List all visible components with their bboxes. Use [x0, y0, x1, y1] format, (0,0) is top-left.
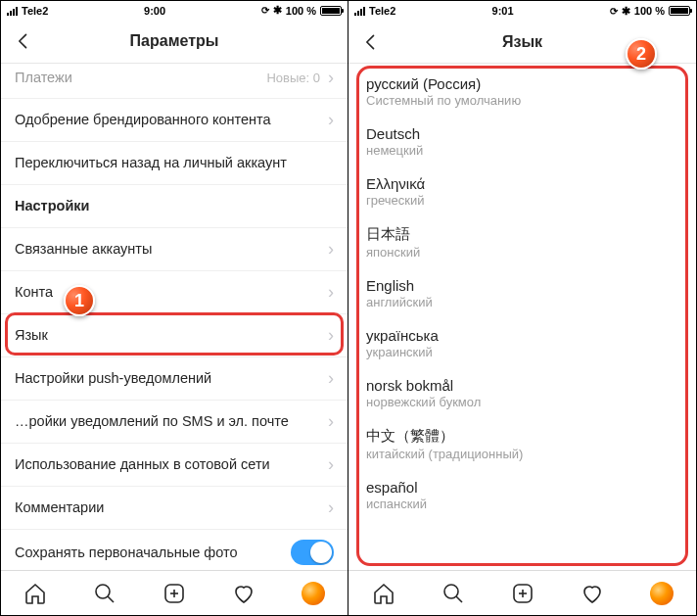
- svg-line-1: [108, 596, 114, 602]
- tab-home[interactable]: [23, 581, 48, 606]
- tab-bar: [348, 570, 696, 615]
- back-button[interactable]: [9, 21, 38, 63]
- row-label: Платежи: [15, 70, 260, 85]
- language-option[interactable]: Englishанглийский: [348, 269, 696, 319]
- chevron-left-icon: [14, 31, 33, 51]
- plus-square-icon: [511, 582, 534, 605]
- language-name: Deutsch: [366, 125, 678, 142]
- chevron-right-icon: ›: [328, 68, 334, 88]
- row-switch-personal[interactable]: Переключиться назад на личный аккаунт: [1, 142, 348, 185]
- language-name: español: [366, 479, 678, 496]
- language-option[interactable]: Deutschнемецкий: [348, 118, 696, 167]
- language-subtitle: греческий: [366, 193, 678, 208]
- row-save-original: Сохранять первоначальные фото: [1, 530, 348, 571]
- language-subtitle: испанский: [366, 497, 678, 511]
- row-label: Связанные аккаунты: [15, 241, 320, 257]
- battery-percent: 100 %: [286, 5, 316, 17]
- section-label: Настройки: [15, 198, 334, 213]
- row-comments[interactable]: Комментарии ›: [1, 487, 348, 530]
- svg-line-6: [456, 596, 462, 602]
- section-settings: Настройки: [1, 185, 348, 228]
- bluetooth-icon: ✱: [273, 4, 282, 17]
- row-linked-accounts[interactable]: Связанные аккаунты ›: [1, 228, 348, 271]
- bluetooth-icon: ✱: [622, 5, 630, 18]
- language-subtitle: немецкий: [366, 143, 678, 158]
- row-branded-content[interactable]: Одобрение брендированного контента ›: [1, 99, 348, 142]
- row-label: Использование данных в сотовой сети: [15, 456, 320, 472]
- language-name: English: [366, 277, 678, 294]
- language-option[interactable]: norsk bokmålнорвежский букмол: [348, 369, 696, 419]
- plus-square-icon: [163, 582, 186, 605]
- status-bar: Tele2 9:00 ⟳ ✱ 100 %: [1, 1, 348, 21]
- row-label: Язык: [15, 327, 320, 343]
- nav-bar: Параметры: [1, 21, 348, 64]
- tab-home[interactable]: [371, 581, 396, 606]
- language-name: Ελληνικά: [366, 175, 678, 192]
- language-subtitle: норвежский букмол: [366, 395, 678, 409]
- row-label: Переключиться назад на личный аккаунт: [15, 155, 334, 170]
- row-label: Одобрение брендированного контента: [15, 112, 320, 127]
- screen-settings: Tele2 9:00 ⟳ ✱ 100 % Параметры Платежи Н…: [1, 1, 348, 615]
- search-icon: [441, 582, 465, 605]
- tab-new-post[interactable]: [162, 581, 187, 606]
- heart-icon: [232, 582, 256, 605]
- home-icon: [372, 582, 395, 605]
- row-cellular-data[interactable]: Использование данных в сотовой сети ›: [1, 444, 348, 487]
- language-name: 中文（繁體）: [366, 427, 678, 446]
- language-subtitle: китайский (традиционный): [366, 447, 678, 461]
- row-label: Сохранять первоначальные фото: [15, 545, 291, 560]
- orientation-lock-icon: ⟳: [610, 6, 618, 17]
- heart-icon: [581, 582, 604, 605]
- row-sms-email-notifications[interactable]: …ройки уведомлений по SMS и эл. почте ›: [1, 401, 348, 444]
- nav-title: Параметры: [130, 32, 219, 50]
- row-contacts[interactable]: Конта ›: [1, 271, 348, 314]
- row-meta: Новые: 0: [266, 71, 320, 85]
- settings-list[interactable]: Платежи Новые: 0 › Одобрение брендирован…: [1, 64, 348, 571]
- language-option[interactable]: 中文（繁體）китайский (традиционный): [348, 419, 696, 471]
- carrier-label: Tele2: [369, 5, 395, 17]
- language-subtitle: Системный по умолчанию: [366, 93, 678, 108]
- language-option[interactable]: українськаукраинский: [348, 319, 696, 369]
- row-label: …ройки уведомлений по SMS и эл. почте: [15, 413, 320, 429]
- home-icon: [23, 582, 47, 605]
- language-name: українська: [366, 327, 678, 344]
- back-button[interactable]: [356, 21, 386, 63]
- row-push-notifications[interactable]: Настройки push-уведомлений ›: [1, 357, 348, 401]
- annotation-badge-1: 1: [64, 285, 95, 316]
- tab-new-post[interactable]: [510, 581, 535, 606]
- row-payments[interactable]: Платежи Новые: 0 ›: [1, 64, 348, 99]
- language-option[interactable]: 日本語японский: [348, 217, 696, 269]
- profile-avatar-icon: [302, 582, 325, 605]
- tab-bar: [1, 570, 348, 615]
- status-time: 9:01: [492, 5, 514, 17]
- tab-search[interactable]: [92, 581, 117, 606]
- tab-activity[interactable]: [580, 581, 605, 606]
- signal-icon: [354, 6, 365, 16]
- search-icon: [93, 582, 116, 605]
- language-name: 日本語: [366, 225, 678, 244]
- row-language[interactable]: Язык ›: [1, 314, 348, 357]
- tab-profile[interactable]: [301, 581, 326, 606]
- language-option[interactable]: españolиспанский: [348, 471, 696, 521]
- language-subtitle: украинский: [366, 345, 678, 359]
- language-subtitle: английский: [366, 295, 678, 309]
- chevron-left-icon: [361, 32, 381, 52]
- battery-icon: [320, 6, 342, 16]
- language-name: norsk bokmål: [366, 377, 678, 394]
- tab-profile[interactable]: [649, 581, 674, 606]
- language-subtitle: японский: [366, 245, 678, 260]
- row-label: Комментарии: [15, 499, 320, 515]
- status-time: 9:00: [144, 5, 165, 17]
- profile-avatar-icon: [650, 582, 674, 605]
- language-option[interactable]: русский (Россия)Системный по умолчанию: [348, 68, 696, 118]
- chevron-right-icon: ›: [328, 368, 334, 389]
- row-label: Конта: [15, 284, 320, 300]
- language-option[interactable]: Ελληνικάгреческий: [348, 167, 696, 217]
- tab-activity[interactable]: [231, 581, 256, 606]
- save-original-toggle[interactable]: [291, 540, 334, 565]
- orientation-lock-icon: ⟳: [261, 5, 269, 16]
- chevron-right-icon: ›: [328, 282, 334, 303]
- tab-search[interactable]: [441, 581, 466, 606]
- language-list[interactable]: русский (Россия)Системный по умолчаниюDe…: [348, 64, 696, 570]
- status-bar: Tele2 9:01 ⟳ ✱ 100 %: [348, 1, 696, 21]
